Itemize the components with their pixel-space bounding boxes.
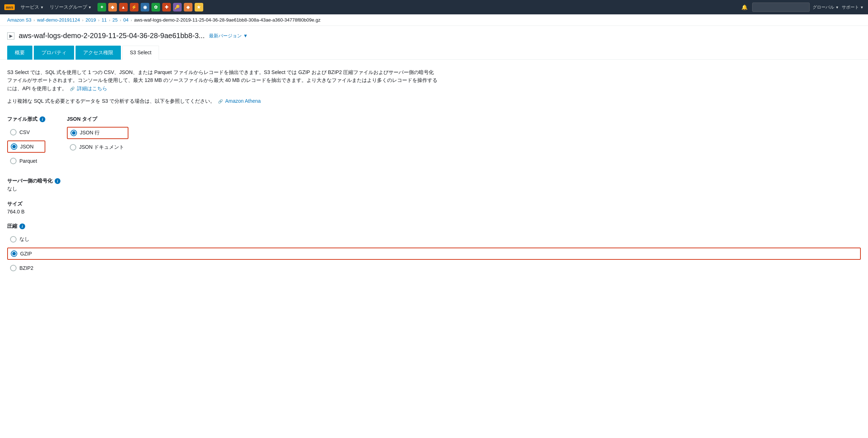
- radio-compress-none[interactable]: なし: [7, 234, 861, 245]
- breadcrumb-link-04[interactable]: 04: [123, 17, 128, 23]
- page-title: aws-waf-logs-demo-2-2019-11-25-04-36-28-…: [19, 32, 205, 40]
- tab-overview[interactable]: 概要: [7, 46, 32, 60]
- aws-logo[interactable]: aws: [4, 4, 15, 10]
- encryption-value: なし: [7, 186, 861, 192]
- service-icon-3[interactable]: ▲: [119, 3, 128, 11]
- file-format-label: ファイル形式 i: [7, 116, 45, 123]
- top-nav: aws サービス ▼ リソースグループ ▼ ✦ ◆ ▲ ⚡ ◉ ✿ ✚ 🔑 ◈ …: [0, 0, 868, 14]
- radio-circle-csv: [10, 129, 17, 135]
- breadcrumb-link-2019[interactable]: 2019: [86, 17, 96, 23]
- version-button[interactable]: 最新バージョン ▼: [209, 33, 248, 39]
- radio-circle-none: [10, 236, 17, 243]
- tabs-container: 概要 プロパティ アクセス権限 S3 Select: [0, 46, 868, 60]
- file-format-group: ファイル形式 i CSV JSON Parquet: [7, 116, 45, 166]
- nav-resource-groups[interactable]: リソースグループ ▼: [50, 4, 92, 10]
- breadcrumb-sep: ›: [33, 18, 35, 22]
- compression-label: 圧縮 i: [7, 223, 861, 230]
- encryption-label: サーバー側の暗号化 i: [7, 178, 861, 184]
- favorite-icon[interactable]: ★: [195, 3, 203, 11]
- service-icon-2[interactable]: ◆: [108, 3, 117, 11]
- service-icons: ✦ ◆ ▲ ⚡ ◉ ✿ ✚ 🔑 ◈ ★: [97, 3, 203, 11]
- compression-group: 圧縮 i なし GZIP BZIP2: [7, 223, 861, 273]
- encryption-section: サーバー側の暗号化 i なし: [7, 178, 861, 192]
- service-icon-9[interactable]: ◈: [184, 3, 192, 11]
- file-format-section: ファイル形式 i CSV JSON Parquet: [7, 116, 861, 166]
- breadcrumb-link-11[interactable]: 11: [101, 17, 106, 23]
- chevron-down-icon: ▼: [40, 5, 44, 9]
- service-icon-4[interactable]: ⚡: [130, 3, 138, 11]
- nav-right: 🔔 グローバル ▼ サポート ▼: [739, 2, 864, 12]
- tab-s3select[interactable]: S3 Select: [122, 46, 159, 60]
- service-icon-6[interactable]: ✿: [151, 3, 160, 11]
- athena-line: より複雑な SQL 式を必要とするデータを S3 で分析する場合は、以下を参照し…: [7, 98, 861, 105]
- size-label: サイズ: [7, 201, 861, 207]
- breadcrumb-link-25[interactable]: 25: [113, 17, 118, 23]
- nav-services[interactable]: サービス ▼: [21, 4, 44, 10]
- details-link[interactable]: 詳細はこちら: [77, 86, 107, 91]
- radio-compress-bzip2[interactable]: BZIP2: [7, 263, 861, 273]
- page-header: ▶ aws-waf-logs-demo-2-2019-11-25-04-36-2…: [0, 26, 868, 40]
- radio-circle-bzip2: [10, 265, 17, 271]
- service-icon-8[interactable]: 🔑: [173, 3, 182, 11]
- main-container: Amazon S3 › waf-demo-20191124 › 2019 › 1…: [0, 14, 868, 438]
- bell-icon[interactable]: 🔔: [739, 2, 749, 12]
- breadcrumb-link-bucket[interactable]: waf-demo-20191124: [37, 17, 80, 23]
- breadcrumb-sep: ›: [82, 18, 83, 22]
- radio-parquet[interactable]: Parquet: [7, 156, 45, 166]
- breadcrumb: Amazon S3 › waf-demo-20191124 › 2019 › 1…: [0, 14, 868, 26]
- radio-circle-json-line: [71, 130, 77, 136]
- aws-logo-box: aws: [4, 4, 15, 10]
- radio-circle-parquet: [10, 158, 17, 164]
- support-menu[interactable]: サポート ▼: [842, 4, 864, 10]
- description-text-1: S3 Select では、SQL 式を使用して 1 つの CSV、JSON、また…: [7, 68, 439, 92]
- radio-circle-json: [11, 143, 17, 150]
- tab-access[interactable]: アクセス権限: [76, 46, 121, 60]
- json-type-label: JSON タイプ: [67, 116, 128, 123]
- tab-properties[interactable]: プロパティ: [34, 46, 74, 60]
- breadcrumb-sep: ›: [98, 18, 100, 22]
- breadcrumb-sep: ›: [109, 18, 110, 22]
- json-type-group: JSON タイプ JSON 行 JSON ドキュメント: [67, 116, 128, 166]
- size-section: サイズ 764.0 B: [7, 201, 861, 215]
- breadcrumb-current: aws-waf-logs-demo-2-2019-11-25-04-36-28-…: [134, 17, 321, 23]
- file-format-info-icon[interactable]: i: [40, 116, 45, 122]
- breadcrumb-sep: ›: [131, 18, 132, 22]
- service-icon-1[interactable]: ✦: [97, 3, 106, 11]
- external-link-icon: 🔗: [70, 87, 75, 91]
- chevron-down-icon: ▼: [860, 5, 864, 9]
- sidebar-toggle-button[interactable]: ▶: [7, 32, 14, 40]
- service-icon-5[interactable]: ◉: [141, 3, 149, 11]
- breadcrumb-link-s3[interactable]: Amazon S3: [7, 17, 31, 23]
- radio-csv[interactable]: CSV: [7, 127, 45, 138]
- radio-json[interactable]: JSON: [7, 140, 45, 153]
- size-value: 764.0 B: [7, 209, 861, 215]
- radio-circle-json-doc: [70, 144, 76, 151]
- breadcrumb-sep: ›: [120, 18, 121, 22]
- search-input[interactable]: [752, 3, 810, 12]
- chevron-down-icon: ▼: [835, 5, 839, 9]
- athena-link[interactable]: Amazon Athena: [225, 98, 261, 104]
- chevron-down-icon: ▼: [88, 5, 92, 9]
- radio-circle-gzip: [11, 250, 17, 257]
- radio-json-doc[interactable]: JSON ドキュメント: [67, 142, 128, 153]
- radio-compress-gzip[interactable]: GZIP: [7, 248, 861, 260]
- service-icon-7[interactable]: ✚: [162, 3, 171, 11]
- external-link-icon-2: 🔗: [218, 99, 223, 103]
- encryption-info-icon[interactable]: i: [55, 178, 60, 184]
- chevron-down-icon: ▼: [243, 33, 248, 38]
- radio-json-line[interactable]: JSON 行: [67, 127, 128, 139]
- compression-info-icon[interactable]: i: [19, 223, 25, 229]
- content-area: S3 Select では、SQL 式を使用して 1 つの CSV、JSON、また…: [0, 60, 868, 282]
- global-menu[interactable]: グローバル ▼: [813, 4, 839, 10]
